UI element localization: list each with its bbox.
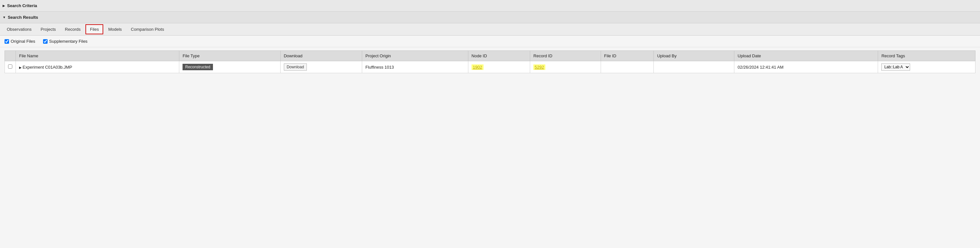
row-filename: ▶ Experiment C01A03b.JMP	[16, 61, 179, 73]
original-files-checkbox[interactable]	[5, 39, 9, 44]
search-results-label: Search Results	[8, 15, 38, 20]
th-project: Project Origin	[362, 51, 468, 61]
search-results-toggle[interactable]: ▼	[3, 16, 6, 19]
row-expand-arrow[interactable]: ▶	[19, 66, 23, 69]
search-criteria-toggle[interactable]: ▶	[3, 4, 5, 8]
th-nodeid: Node ID	[468, 51, 530, 61]
table-header-row: File Name File Type Download Project Ori…	[5, 51, 975, 61]
tab-records[interactable]: Records	[61, 25, 85, 34]
tab-observations[interactable]: Observations	[3, 25, 36, 34]
supplementary-files-checkbox-label[interactable]: Supplementary Files	[43, 39, 88, 44]
row-nodeid: 1902	[468, 61, 530, 73]
original-files-checkbox-label[interactable]: Original Files	[5, 39, 35, 44]
search-criteria-label: Search Criteria	[7, 3, 37, 8]
row-checkbox[interactable]	[8, 64, 12, 68]
files-table: File Name File Type Download Project Ori…	[5, 51, 975, 73]
row-filetype: Reconstructed	[179, 61, 280, 73]
tab-comparison-plots[interactable]: Comparison Plots	[127, 25, 168, 34]
th-checkbox	[5, 51, 16, 61]
record-tags-select[interactable]: Lab::Lab ALab::Lab BLab::Lab C	[881, 64, 910, 71]
table-area: File Name File Type Download Project Ori…	[0, 47, 980, 248]
th-download: Download	[280, 51, 362, 61]
app-container: ▶ Search Criteria ▼ Search Results Obser…	[0, 0, 980, 248]
th-uploaddate: Upload Date	[734, 51, 878, 61]
th-recordid: Record ID	[530, 51, 601, 61]
th-filename: File Name	[16, 51, 179, 61]
tab-files[interactable]: Files	[86, 24, 103, 34]
checkboxes-row: Original Files Supplementary Files	[0, 36, 980, 47]
row-project: Fluffiness 1013	[362, 61, 468, 73]
row-uploadby	[654, 61, 734, 73]
row-checkbox-cell	[5, 61, 16, 73]
search-results-section: ▼ Search Results Observations Projects R…	[0, 12, 980, 248]
th-fileid: File ID	[601, 51, 654, 61]
search-results-bar: ▼ Search Results	[0, 12, 980, 23]
download-button[interactable]: Download	[284, 64, 307, 71]
tab-models[interactable]: Models	[104, 25, 126, 34]
row-uploaddate: 02/26/2024 12:41:41 AM	[734, 61, 878, 73]
th-filetype: File Type	[179, 51, 280, 61]
tab-projects[interactable]: Projects	[37, 25, 60, 34]
recordid-link[interactable]: 5292	[533, 64, 545, 70]
nodeid-link[interactable]: 1902	[472, 64, 484, 70]
tabs-row: Observations Projects Records Files Mode…	[0, 23, 980, 36]
row-recordtags: Lab::Lab ALab::Lab BLab::Lab C	[878, 61, 975, 73]
supplementary-files-checkbox[interactable]	[43, 39, 48, 44]
search-criteria-bar: ▶ Search Criteria	[0, 0, 980, 12]
filetype-reconstructed-button: Reconstructed	[183, 64, 213, 70]
row-fileid	[601, 61, 654, 73]
table-row: ▶ Experiment C01A03b.JMPReconstructedDow…	[5, 61, 975, 73]
th-uploadby: Upload By	[654, 51, 734, 61]
supplementary-files-label: Supplementary Files	[49, 39, 88, 44]
original-files-label: Original Files	[11, 39, 35, 44]
row-filename-text: Experiment C01A03b.JMP	[23, 65, 72, 70]
row-recordid: 5292	[530, 61, 601, 73]
th-recordtags: Record Tags	[878, 51, 975, 61]
row-download: Download	[280, 61, 362, 73]
